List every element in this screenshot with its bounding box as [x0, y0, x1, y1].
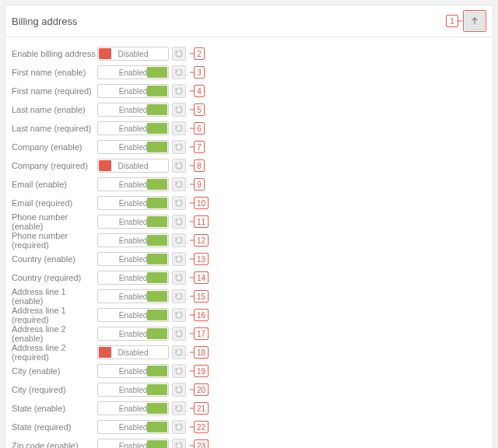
reset-button[interactable]	[172, 364, 186, 378]
reset-button[interactable]	[172, 47, 186, 61]
reset-button[interactable]	[172, 289, 186, 303]
reset-icon	[174, 292, 184, 301]
callout: 7	[194, 141, 205, 153]
reset-button[interactable]	[172, 84, 186, 98]
toggle[interactable]: Enabled	[97, 215, 169, 229]
setting-row: Last name (enable)Enabled5	[12, 101, 486, 118]
toggle[interactable]: Enabled	[97, 121, 169, 135]
reset-button[interactable]	[172, 327, 186, 341]
reset-button[interactable]	[172, 345, 186, 359]
toggle[interactable]: Disabled	[97, 159, 169, 173]
toggle-text: Enabled	[98, 180, 168, 189]
toggle-text: Enabled	[98, 330, 168, 338]
setting-label: Zip code (enable)	[12, 441, 97, 448]
reset-button[interactable]	[172, 215, 186, 229]
toggle[interactable]: Enabled	[97, 439, 169, 448]
toggle-text: Enabled	[98, 143, 168, 152]
arrow-up-icon	[471, 17, 479, 25]
toggle[interactable]: Enabled	[97, 140, 169, 154]
setting-label: Phone number (enable)	[12, 212, 97, 231]
setting-row: Address line 2 (required)Disabled18	[12, 344, 486, 361]
billing-address-panel: Billing address 1 Enable billing address…	[5, 5, 493, 448]
toggle-text: Enabled	[98, 255, 168, 264]
setting-row: Address line 2 (enable)Enabled17	[12, 325, 486, 342]
reset-icon	[174, 161, 184, 170]
setting-row: Country (required)Enabled14	[12, 269, 486, 286]
toggle[interactable]: Enabled	[97, 271, 169, 285]
setting-row: First name (enable)Enabled3	[12, 64, 486, 81]
reset-icon	[174, 441, 184, 448]
reset-button[interactable]	[172, 401, 186, 415]
callout-1: 1	[446, 15, 458, 27]
toggle[interactable]: Enabled	[97, 103, 169, 117]
collapse-wrap: 1	[446, 10, 486, 32]
reset-button[interactable]	[172, 177, 186, 191]
toggle[interactable]: Enabled	[97, 196, 169, 210]
reset-button[interactable]	[172, 439, 186, 448]
toggle[interactable]: Enabled	[97, 401, 169, 415]
callout: 17	[194, 327, 209, 340]
callout: 15	[194, 290, 209, 303]
setting-row: Email (enable)Enabled9	[12, 176, 486, 193]
callout: 8	[194, 159, 205, 172]
reset-button[interactable]	[172, 65, 186, 79]
reset-icon	[174, 105, 184, 114]
setting-row: City (required)Enabled20	[12, 381, 486, 398]
panel-title: Billing address	[12, 16, 78, 27]
toggle[interactable]: Enabled	[97, 364, 169, 378]
settings-rows: Enable billing addressDisabled2First nam…	[12, 45, 486, 448]
toggle[interactable]: Enabled	[97, 65, 169, 79]
toggle[interactable]: Disabled	[97, 47, 169, 61]
callout: 16	[194, 309, 209, 321]
reset-button[interactable]	[172, 308, 186, 322]
callout: 23	[194, 439, 209, 448]
toggle[interactable]: Enabled	[97, 177, 169, 191]
toggle[interactable]: Enabled	[97, 233, 169, 247]
setting-label: Address line 2 (enable)	[12, 324, 97, 343]
collapse-button[interactable]	[465, 12, 485, 30]
callout: 20	[194, 383, 209, 396]
toggle[interactable]: Enabled	[97, 420, 169, 434]
toggle[interactable]: Enabled	[97, 289, 169, 303]
toggle[interactable]: Enabled	[97, 383, 169, 397]
toggle-text: Enabled	[98, 404, 168, 413]
reset-button[interactable]	[172, 121, 186, 135]
setting-row: Zip code (enable)Enabled23	[12, 437, 486, 448]
callout: 13	[194, 253, 209, 265]
toggle[interactable]: Enabled	[97, 308, 169, 322]
setting-label: Address line 1 (enable)	[12, 287, 97, 306]
reset-button[interactable]	[172, 140, 186, 154]
toggle-text: Enabled	[98, 106, 168, 114]
setting-label: Last name (required)	[12, 124, 97, 133]
callout: 14	[194, 271, 209, 284]
setting-row: State (enable)Enabled21	[12, 400, 486, 417]
reset-button[interactable]	[172, 103, 186, 117]
toggle-text: Disabled	[98, 348, 168, 357]
reset-button[interactable]	[172, 252, 186, 266]
toggle[interactable]: Enabled	[97, 84, 169, 98]
reset-button[interactable]	[172, 420, 186, 434]
toggle[interactable]: Enabled	[97, 252, 169, 266]
reset-icon	[174, 310, 184, 320]
toggle-text: Enabled	[98, 199, 168, 208]
setting-label: Last name (enable)	[12, 105, 97, 114]
toggle[interactable]: Disabled	[97, 345, 169, 359]
reset-button[interactable]	[172, 196, 186, 210]
reset-button[interactable]	[172, 233, 186, 247]
callout: 19	[194, 365, 209, 377]
callout: 9	[194, 178, 205, 191]
setting-row: Phone number (enable)Enabled11	[12, 213, 486, 230]
reset-button[interactable]	[172, 159, 186, 173]
reset-icon	[174, 86, 184, 96]
toggle-text: Enabled	[98, 367, 168, 376]
reset-button[interactable]	[172, 271, 186, 285]
setting-row: Company (enable)Enabled7	[12, 138, 486, 156]
reset-icon	[174, 273, 184, 282]
reset-button[interactable]	[172, 383, 186, 397]
toggle-text: Disabled	[98, 50, 168, 58]
toggle[interactable]: Enabled	[97, 327, 169, 341]
reset-icon	[174, 254, 184, 264]
reset-icon	[174, 404, 184, 413]
setting-row: First name (required)Enabled4	[12, 82, 486, 100]
setting-label: Country (enable)	[12, 254, 97, 264]
